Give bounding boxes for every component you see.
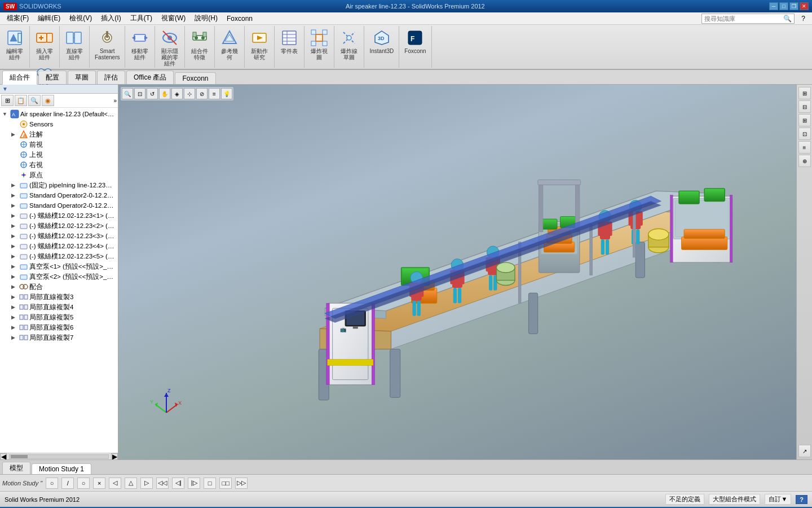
vacuum1-expand-icon[interactable]: ▶ — [11, 264, 19, 269]
screw5-expand-icon[interactable]: ▶ — [11, 253, 19, 259]
rt-btn-2[interactable]: ⊟ — [798, 100, 811, 113]
tree-item-sensors[interactable]: Sensors — [0, 119, 118, 129]
restore-button[interactable]: ❐ — [789, 2, 798, 10]
tab-config[interactable]: 配置 — [38, 71, 67, 84]
vacuum2-expand-icon[interactable]: ▶ — [11, 274, 19, 279]
motion-btn-x[interactable]: × — [93, 478, 105, 489]
tree-item-pattern7[interactable]: ▶ 局部直線複製7 — [0, 332, 118, 343]
menu-insert[interactable]: 插入(I) — [96, 12, 125, 24]
tree-item-screw1[interactable]: ▶ (-) 螺絲樸12.02-12.23<1> (Default — [0, 211, 118, 221]
realview-btn[interactable]: 💡 — [221, 88, 232, 99]
pattern5-expand-icon[interactable]: ▶ — [11, 314, 19, 320]
zoom-box-btn[interactable]: ⊡ — [134, 88, 145, 99]
motion-btn-step-back[interactable]: ◁| — [172, 478, 184, 489]
tree-item-screw5[interactable]: ▶ (-) 螺絲樸12.02-12.23<5> (Default — [0, 251, 118, 261]
motion-btn-fast-fwd[interactable]: ▷▷ — [235, 478, 248, 489]
menu-file[interactable]: 檔案(F) — [2, 12, 33, 24]
tree-item-screw3[interactable]: ▶ (-) 螺絲樸12.02-12.23<3> (Default — [0, 231, 118, 241]
menu-edit[interactable]: 編輯(E) — [33, 12, 65, 24]
panel-expand[interactable]: » — [113, 98, 117, 104]
help-icon[interactable]: ? — [797, 14, 810, 24]
pattern7-expand-icon[interactable]: ▶ — [11, 335, 19, 340]
tree-item-screw2[interactable]: ▶ (-) 螺絲樸12.02-12.23<2> (Default — [0, 221, 118, 231]
tab-assembly[interactable]: 組合件 — [2, 71, 37, 85]
tree-item-screw4[interactable]: ▶ (-) 螺絲樸12.02-12.23<4> (Default — [0, 241, 118, 251]
tree-item-vacuum2[interactable]: ▶ 真空泵<2> (預設<<預設>_顯示狀 — [0, 271, 118, 282]
view-filter-btn[interactable]: ≡ — [209, 88, 220, 99]
bottom-tab-model[interactable]: 模型 — [2, 462, 30, 474]
left-panel-scrollbar[interactable]: ◀ ▶ — [0, 453, 118, 459]
menu-foxconn[interactable]: Foxconn — [222, 14, 257, 24]
menu-view[interactable]: 檢視(V) — [65, 12, 96, 24]
show-hidden-button[interactable]: 顯示隱藏的零組件 — [157, 27, 182, 68]
operator5-expand-icon[interactable]: ▶ — [11, 203, 19, 208]
panel-tool-1[interactable]: ⊞ — [1, 95, 14, 106]
status-help[interactable]: ? — [796, 495, 807, 504]
foxconn-button[interactable]: F Foxconn — [401, 27, 429, 56]
tree-item-mates[interactable]: ▶ 配合 — [0, 282, 118, 292]
view-orient-btn[interactable]: ⊹ — [184, 88, 195, 99]
panel-tool-4[interactable]: ◉ — [42, 95, 54, 106]
direct-line-button[interactable]: 直線零組件 — [62, 27, 87, 62]
screw4-expand-icon[interactable]: ▶ — [11, 243, 19, 249]
tree-item-vacuum1[interactable]: ▶ 真空泵<1> (預設<<預設>_顯示狀 — [0, 261, 118, 271]
motion-btn-stop2[interactable]: □□ — [219, 478, 232, 489]
screw3-expand-icon[interactable]: ▶ — [11, 233, 19, 239]
rotate-btn[interactable]: ↺ — [147, 88, 158, 99]
menu-tools[interactable]: 工具(T) — [126, 12, 157, 24]
annotation-expand-icon[interactable]: ▶ — [11, 132, 19, 137]
motion-study-button[interactable]: 新動作研究 — [247, 27, 272, 62]
root-expand-icon[interactable]: ▼ — [2, 111, 10, 117]
close-button[interactable]: ✕ — [800, 2, 809, 10]
tree-item-rightview[interactable]: 右視 — [0, 160, 118, 170]
tree-item-root[interactable]: ▼ A Air speaker line-12.23 (Default<Defa… — [0, 109, 118, 119]
screw2-expand-icon[interactable]: ▶ — [11, 223, 19, 229]
move-parts-button[interactable]: 移動零組件 — [127, 27, 152, 62]
motion-btn-back[interactable]: ◁ — [109, 478, 121, 489]
mates-expand-icon[interactable]: ▶ — [11, 284, 19, 290]
edit-component-button[interactable]: 編輯零組件 — [2, 27, 27, 62]
tree-item-pattern4[interactable]: ▶ 局部直線複製4 — [0, 302, 118, 312]
explode-button[interactable]: 爆炸視圖 — [307, 27, 332, 62]
tree-item-operator5[interactable]: ▶ Standard Operator2-0-12.23<5> (預 — [0, 200, 118, 211]
motion-btn-step-fwd[interactable]: |▷ — [188, 478, 200, 489]
tab-foxconn[interactable]: Foxconn — [175, 72, 215, 84]
tree-item-operator1[interactable]: ▶ Standard Operator2-0-12.23<1> (預 — [0, 190, 118, 200]
tree-item-frontview[interactable]: 前視 — [0, 139, 118, 150]
operator1-expand-icon[interactable]: ▶ — [11, 192, 19, 198]
scrollbar-thumb[interactable] — [11, 455, 28, 458]
search-box[interactable]: 🔍 — [701, 14, 795, 24]
tab-sketch[interactable]: 草圖 — [68, 71, 96, 84]
rt-btn-1[interactable]: ⊞ — [798, 87, 811, 99]
search-input[interactable] — [704, 15, 783, 22]
insert-parts-button[interactable]: 插入零組件 — [32, 27, 57, 62]
minimize-button[interactable]: ─ — [769, 2, 778, 10]
scroll-left-btn[interactable]: ◀ — [0, 453, 7, 460]
panel-tool-3[interactable]: 🔍 — [28, 95, 41, 106]
tab-evaluate[interactable]: 評估 — [97, 71, 125, 84]
pattern3-expand-icon[interactable]: ▶ — [11, 294, 19, 300]
menu-help[interactable]: 說明(H) — [190, 12, 222, 24]
display-mode-btn[interactable]: ◈ — [171, 88, 183, 99]
explode-line-button[interactable]: 爆炸線草圖 — [337, 27, 361, 62]
motion-btn-rewind[interactable]: ◁◁ — [156, 478, 169, 489]
pan-btn[interactable]: ✋ — [159, 88, 170, 99]
reference-button[interactable]: 參考幾何 — [217, 27, 242, 62]
pattern4-expand-icon[interactable]: ▶ — [11, 304, 19, 310]
panel-tool-2[interactable]: 📋 — [15, 95, 27, 106]
pattern6-expand-icon[interactable]: ▶ — [11, 325, 19, 330]
rt-btn-5[interactable]: ≡ — [798, 141, 811, 154]
smart-fasteners-button[interactable]: SmartFasteners — [92, 27, 122, 62]
pipelining-expand-icon[interactable]: ▶ — [11, 182, 19, 188]
tree-item-pipelining[interactable]: ▶ (固定) pipeIning line-12.23<1> (De — [0, 180, 118, 190]
scroll-right-btn[interactable]: ▶ — [111, 453, 118, 460]
parts-table-button[interactable]: 零件表 — [277, 27, 302, 56]
rt-btn-6[interactable]: ⊕ — [798, 155, 811, 167]
screw1-expand-icon[interactable]: ▶ — [11, 213, 19, 218]
scrollbar-track[interactable] — [9, 454, 109, 459]
tree-item-annotation[interactable]: ▶ A 注解 — [0, 129, 118, 139]
tree-item-topview[interactable]: 上視 — [0, 150, 118, 160]
3d-viewport[interactable]: 🔍 ⊡ ↺ ✋ ◈ ⊹ ⊘ ≡ 💡 — [118, 85, 812, 459]
motion-btn-slash[interactable]: / — [61, 478, 74, 489]
motion-btn-play[interactable]: ▷ — [140, 478, 153, 489]
